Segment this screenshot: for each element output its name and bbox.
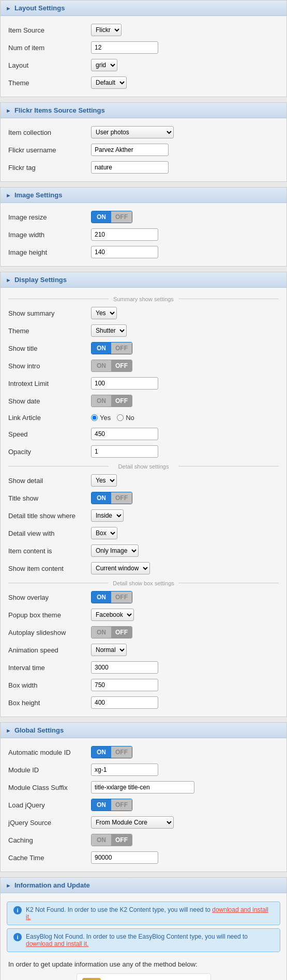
flickr-title: Flickr Items Source Settings (14, 106, 105, 114)
show-date-row: Show date ON OFF (1, 392, 286, 410)
image-width-input[interactable] (91, 228, 158, 241)
easyblog-info-icon: i (13, 933, 22, 941)
link-article-yes-radio[interactable] (91, 414, 98, 421)
load-jquery-row: Load jQuery ON OFF (1, 796, 286, 814)
num-item-input[interactable] (91, 41, 158, 54)
easyblog-link[interactable]: download and install it. (26, 940, 88, 947)
interval-time-row: Interval time (1, 659, 286, 676)
num-item-row: Num of item (1, 39, 286, 56)
image-height-row: Image height (1, 243, 286, 261)
title-show-control: ON OFF (91, 492, 279, 504)
show-item-content-select[interactable]: Current window (91, 562, 150, 574)
show-title-toggle[interactable]: ON OFF (91, 342, 132, 354)
opacity-row: Opacity (1, 443, 286, 460)
detail-view-with-select[interactable]: Box (91, 527, 117, 539)
link-article-yes-option[interactable]: Yes (91, 414, 111, 422)
image-settings-body: Image resize ON OFF Image width Image he… (1, 203, 286, 266)
popup-box-theme-select[interactable]: Facebook (91, 609, 134, 621)
module-class-input[interactable] (91, 781, 194, 794)
show-detail-select[interactable]: Yes (91, 474, 117, 487)
box-width-input[interactable] (91, 679, 158, 691)
global-settings-body: Automatic module ID ON OFF Module ID Mod… (1, 738, 286, 872)
global-settings-header[interactable]: ► Global Settings (1, 723, 286, 738)
link-article-no-option[interactable]: No (117, 414, 134, 422)
layout-label: Layout (8, 61, 91, 69)
show-overlay-toggle[interactable]: ON OFF (91, 591, 132, 603)
facebook-widget: e EverExpert on Facebook (77, 973, 211, 980)
image-height-input[interactable] (91, 246, 158, 258)
item-source-label: Item Source (8, 26, 91, 34)
module-id-input[interactable] (91, 764, 158, 776)
load-jquery-off: OFF (111, 799, 132, 811)
auto-module-id-toggle[interactable]: ON OFF (91, 746, 132, 758)
detail-box-sub-header: Detail show box settings (1, 577, 286, 588)
flickr-header[interactable]: ► Flickr Items Source Settings (1, 103, 286, 118)
box-height-input[interactable] (91, 696, 158, 709)
opacity-input[interactable] (91, 445, 158, 458)
detail-view-with-control: Box (91, 527, 279, 539)
layout-settings-header[interactable]: ► Layout Settings (1, 1, 286, 16)
display-theme-control: Shutter (91, 324, 279, 337)
num-item-label: Num of item (8, 44, 91, 52)
show-title-row: Show title ON OFF (1, 339, 286, 357)
item-content-is-select[interactable]: Only Image (91, 545, 139, 557)
flickr-username-input[interactable] (91, 144, 169, 156)
jquery-source-select[interactable]: From Module Core (91, 816, 174, 829)
show-intro-row: Show intro ON OFF (1, 357, 286, 375)
show-item-content-control: Current window (91, 562, 279, 574)
interval-time-input[interactable] (91, 661, 158, 674)
show-summary-select[interactable]: Yes (91, 307, 117, 319)
show-date-off: OFF (111, 395, 132, 407)
interval-time-label: Interval time (8, 664, 91, 672)
k2-info-box: i K2 Not Found. In order to use the K2 C… (7, 901, 280, 925)
speed-input[interactable] (91, 428, 158, 440)
module-id-row: Module ID (1, 761, 286, 779)
animation-speed-label: Animation speed (8, 646, 91, 654)
popup-box-theme-control: Facebook (91, 609, 279, 621)
flickr-tag-label: Flickr tag (8, 164, 91, 172)
show-intro-toggle[interactable]: ON OFF (91, 360, 132, 372)
item-source-select[interactable]: Flickr (91, 24, 122, 36)
introtext-limit-row: Introtext Limit (1, 375, 286, 392)
image-settings-title: Image Settings (14, 191, 62, 199)
display-settings-header[interactable]: ► Display Settings (1, 272, 286, 288)
show-item-content-row: Show item content Current window (1, 559, 286, 577)
caching-control: ON OFF (91, 834, 279, 846)
cache-time-label: Cache Time (8, 854, 91, 862)
global-settings-section: ► Global Settings Automatic module ID ON… (0, 722, 287, 872)
image-resize-toggle[interactable]: ON OFF (91, 211, 132, 223)
animation-speed-select[interactable]: Normal (91, 644, 127, 656)
show-summary-row: Show summary Yes (1, 304, 286, 322)
show-date-toggle[interactable]: ON OFF (91, 395, 132, 407)
item-content-is-control: Only Image (91, 545, 279, 557)
popup-box-theme-label: Popup box theme (8, 611, 91, 619)
cache-time-input[interactable] (91, 851, 158, 864)
interval-time-control (91, 661, 279, 674)
introtext-limit-input[interactable] (91, 377, 158, 390)
theme-layout-select[interactable]: Default (91, 76, 127, 89)
image-settings-header[interactable]: ► Image Settings (1, 188, 286, 203)
layout-select[interactable]: grid (91, 59, 117, 71)
flickr-body: Item collection User photos Flickr usern… (1, 118, 286, 181)
display-theme-row: Theme Shutter (1, 322, 286, 339)
title-show-toggle[interactable]: ON OFF (91, 492, 132, 504)
info-header[interactable]: ► Information and Update (1, 878, 286, 893)
image-height-label: Image height (8, 248, 91, 256)
introtext-limit-control (91, 377, 279, 390)
title-show-on: ON (92, 492, 111, 504)
link-article-radio-group: Yes No (91, 414, 279, 422)
detail-title-where-select[interactable]: Inside (91, 509, 124, 522)
box-width-row: Box width (1, 676, 286, 694)
show-detail-label: Show detail (8, 477, 91, 485)
item-collection-select[interactable]: User photos (91, 126, 174, 138)
flickr-tag-input[interactable] (91, 161, 169, 174)
link-article-no-radio[interactable] (117, 414, 124, 421)
detail-view-with-row: Detail view with Box (1, 524, 286, 542)
caching-toggle[interactable]: ON OFF (91, 834, 132, 846)
item-collection-label: Item collection (8, 129, 91, 136)
link-article-no-label: No (126, 414, 134, 422)
autoplay-slideshow-toggle[interactable]: ON OFF (91, 626, 132, 639)
load-jquery-toggle[interactable]: ON OFF (91, 799, 132, 811)
title-show-off: OFF (111, 492, 132, 504)
display-theme-select[interactable]: Shutter (91, 324, 127, 337)
